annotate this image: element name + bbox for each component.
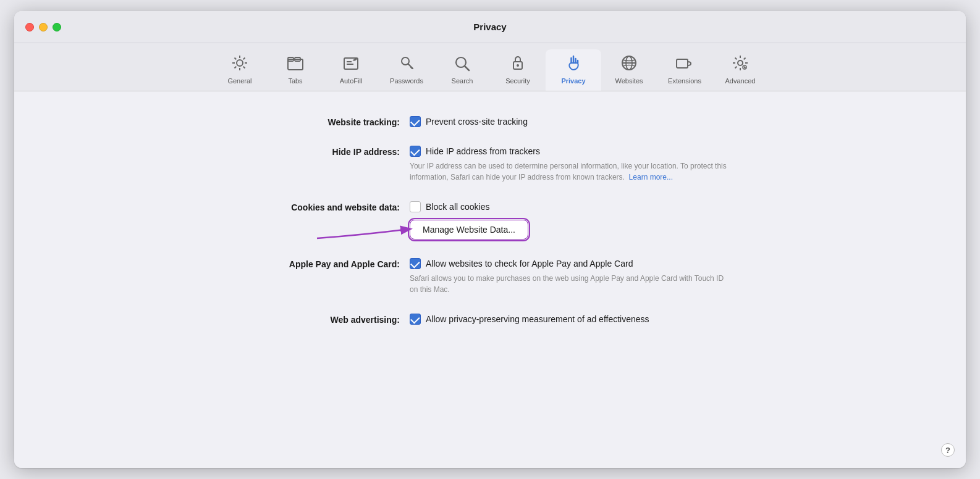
apple-pay-label: Apple Pay and Apple Card: [237,258,410,269]
tab-privacy[interactable]: Privacy [546,49,601,91]
tab-security-label: Security [505,77,530,85]
search-icon [454,56,470,74]
tab-autofill[interactable]: AutoFill [323,51,379,91]
security-icon [510,54,525,74]
minimize-button[interactable] [39,23,48,31]
apple-pay-inline: Allow websites to check for Apple Pay an… [410,258,743,269]
hide-ip-desc: Your IP address can be used to determine… [410,160,731,183]
website-tracking-text: Prevent cross-site tracking [426,117,528,127]
website-tracking-control: Prevent cross-site tracking [410,116,743,127]
website-tracking-inline: Prevent cross-site tracking [410,116,743,127]
maximize-button[interactable] [53,23,61,31]
svg-line-35 [735,67,737,69]
web-advertising-control: Allow privacy-preserving measurement of … [410,314,743,325]
tab-websites[interactable]: Websites [601,49,657,91]
tab-extensions[interactable]: Extensions [657,51,712,91]
svg-rect-26 [677,59,688,68]
web-advertising-text: Allow privacy-preserving measurement of … [426,314,649,324]
tab-general[interactable]: General [212,49,268,91]
tab-security[interactable]: Security [490,49,546,91]
cookies-label: Cookies and website data: [237,201,410,212]
settings-content: Website tracking: Prevent cross-site tra… [14,91,966,468]
checkbox-unchecked-icon [410,201,421,212]
tab-advanced[interactable]: Advanced [712,49,768,91]
web-advertising-checkbox[interactable] [410,314,421,325]
tab-passwords[interactable]: Passwords [379,49,434,91]
passwords-icon [399,54,414,74]
traffic-lights [25,23,61,31]
svg-point-19 [456,57,466,67]
checkbox-checked-icon2 [410,146,421,157]
tab-general-label: General [227,77,251,85]
web-advertising-label: Web advertising: [237,314,410,325]
tab-autofill-label: AutoFill [340,77,363,85]
checkbox-checked-icon [410,116,421,127]
toolbar: General Tabs A [14,43,966,91]
hide-ip-checkbox[interactable] [410,146,421,157]
cookies-text: Block all cookies [426,202,490,212]
hide-ip-label: Hide IP address: [237,146,410,157]
tab-search[interactable]: Search [434,51,490,91]
tab-privacy-label: Privacy [561,77,585,85]
general-icon [231,54,248,74]
website-tracking-checkbox[interactable] [410,116,421,127]
tab-extensions-label: Extensions [668,77,701,85]
help-button[interactable]: ? [941,443,955,457]
cookies-row: Cookies and website data: Block all cook… [237,201,743,240]
hide-ip-text: Hide IP address from trackers [426,146,540,156]
manage-website-data-button[interactable]: Manage Website Data... [410,220,528,240]
cookies-control: Block all cookies Manage Webs [410,201,743,240]
learn-more-link[interactable]: Learn more... [629,173,673,181]
svg-line-7 [243,58,245,60]
website-tracking-label: Website tracking: [237,116,410,127]
hide-ip-control: Hide IP address from trackers Your IP ad… [410,146,743,183]
svg-point-22 [517,64,519,67]
title-bar: Privacy [14,11,966,43]
manage-website-area: Manage Website Data... [410,220,743,240]
tab-search-label: Search [452,77,473,85]
svg-line-33 [744,67,746,69]
apple-pay-checkbox[interactable] [410,258,421,269]
hide-ip-inline: Hide IP address from trackers [410,146,743,157]
svg-line-20 [465,67,470,71]
svg-line-18 [411,67,412,69]
tabs-icon [287,56,304,74]
cookies-checkbox[interactable] [410,201,421,212]
tab-websites-label: Websites [615,77,643,85]
svg-line-6 [243,67,245,69]
checkbox-checked-icon4 [410,314,421,325]
website-tracking-row: Website tracking: Prevent cross-site tra… [237,116,743,127]
autofill-icon [342,56,360,74]
apple-pay-row: Apple Pay and Apple Card: Allow websites… [237,258,743,295]
svg-line-34 [744,58,746,60]
apple-pay-control: Allow websites to check for Apple Pay an… [410,258,743,295]
privacy-icon [565,54,581,74]
cookies-inline: Block all cookies [410,201,743,212]
websites-icon [620,54,638,74]
svg-line-5 [235,58,237,60]
tab-advanced-label: Advanced [725,77,756,85]
hide-ip-row: Hide IP address: Hide IP address from tr… [237,146,743,183]
web-advertising-row: Web advertising: Allow privacy-preservin… [237,314,743,325]
safari-preferences-window: Privacy G [14,11,966,468]
tab-passwords-label: Passwords [390,77,423,85]
tab-tabs[interactable]: Tabs [268,51,323,91]
svg-point-0 [237,60,243,66]
extensions-icon [675,56,694,74]
svg-line-32 [735,58,737,60]
advanced-icon [732,54,749,74]
web-advertising-inline: Allow privacy-preserving measurement of … [410,314,743,325]
checkbox-checked-icon3 [410,258,421,269]
svg-line-8 [235,67,237,69]
window-title: Privacy [473,22,506,32]
apple-pay-desc: Safari allows you to make purchases on t… [410,273,731,295]
apple-pay-text: Allow websites to check for Apple Pay an… [426,259,633,269]
close-button[interactable] [25,23,34,31]
svg-point-27 [738,60,743,65]
tab-tabs-label: Tabs [288,77,302,85]
